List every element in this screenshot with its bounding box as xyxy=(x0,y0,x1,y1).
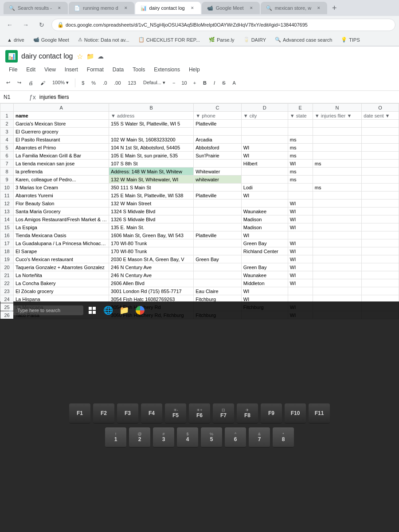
back-button[interactable]: ← xyxy=(4,19,16,31)
cell[interactable]: ▼ injuries flier ▼ xyxy=(313,112,362,120)
bookmark-drive[interactable]: ▲ drive xyxy=(4,36,28,43)
bookmark-tips[interactable]: 💡 TIPS xyxy=(337,36,363,43)
cell[interactable] xyxy=(109,128,194,136)
cell[interactable]: Middleton xyxy=(241,279,288,287)
cell[interactable]: 125 E Main St, Platteville, WI 538 xyxy=(109,192,194,200)
bookmark-parsely[interactable]: 🌿 Parse.ly xyxy=(205,36,238,43)
cell[interactable]: 1324 S Midvale Blvd xyxy=(109,207,194,215)
cell[interactable] xyxy=(313,271,362,279)
cell[interactable]: date sent ▼ xyxy=(362,112,399,120)
cell[interactable]: Platteville xyxy=(194,192,242,200)
zoom-control[interactable]: 100% ▾ xyxy=(50,79,71,86)
key-f11[interactable]: F11 xyxy=(309,403,330,424)
cell[interactable] xyxy=(241,120,288,128)
cell[interactable]: Garcia's Mexican Store xyxy=(14,120,109,128)
undo-button[interactable]: ↩ xyxy=(4,79,13,86)
cell[interactable]: WI xyxy=(288,271,313,279)
cell[interactable] xyxy=(241,200,288,207)
cell[interactable]: El Pasito Restaurant xyxy=(14,136,109,144)
cell[interactable] xyxy=(194,184,242,192)
cell[interactable] xyxy=(362,263,399,271)
cell[interactable]: name xyxy=(14,112,109,120)
cell[interactable]: ▼ phone xyxy=(194,112,242,120)
font-size-increase[interactable]: + xyxy=(191,79,199,86)
cell[interactable]: 1326 S Midvale Blvd xyxy=(109,215,194,223)
cell[interactable] xyxy=(288,287,313,295)
cell[interactable] xyxy=(362,271,399,279)
forward-button[interactable]: → xyxy=(20,19,32,31)
cell[interactable]: Flor Beauty Salon xyxy=(14,200,109,207)
cell[interactable] xyxy=(288,231,313,239)
cell[interactable] xyxy=(313,128,362,136)
cell[interactable]: 3001 London Rd (715) 855-7717 xyxy=(109,287,194,295)
key-f2[interactable]: F2 xyxy=(93,403,114,424)
cell[interactable]: Karen, colleague of Pedro... xyxy=(14,176,109,184)
cell[interactable] xyxy=(241,255,288,263)
cell[interactable] xyxy=(194,279,242,287)
cell[interactable]: La tienda mexican san jose xyxy=(14,160,109,168)
cell[interactable]: El Guerrero grocery xyxy=(14,128,109,136)
font-size-decrease[interactable]: − xyxy=(170,79,178,86)
spreadsheet-grid[interactable]: A B C D E N O 1 name ▼ address ▼ phone xyxy=(0,103,399,319)
cell[interactable]: Abbotsford xyxy=(194,144,242,152)
cell[interactable]: 3 Marias Ice Cream xyxy=(14,184,109,192)
taskbar-search[interactable]: 🔍 Type here to search xyxy=(4,305,83,315)
cell[interactable] xyxy=(313,287,362,295)
cell[interactable]: Lodi xyxy=(241,184,288,192)
cell[interactable]: ms xyxy=(288,144,313,152)
bookmark-meet[interactable]: 📹 Google Meet xyxy=(30,36,73,43)
cell[interactable] xyxy=(362,207,399,215)
cell[interactable] xyxy=(313,207,362,215)
cell[interactable] xyxy=(313,247,362,255)
cell[interactable] xyxy=(194,128,242,136)
cell[interactable]: WI xyxy=(241,192,288,200)
paint-format-button[interactable]: 🖌 xyxy=(38,79,48,86)
browser-tab-search[interactable]: 🔍 Search results - ✕ xyxy=(4,2,68,14)
key-f10[interactable]: F10 xyxy=(285,403,306,424)
cell[interactable]: WI xyxy=(288,263,313,271)
key-2[interactable]: @ 2 xyxy=(129,427,150,448)
font-size[interactable]: 10 xyxy=(179,79,189,86)
bookmark-dairy[interactable]: 🥛 DAIRY xyxy=(240,36,270,43)
cell[interactable] xyxy=(362,168,399,176)
cell[interactable] xyxy=(362,176,399,184)
cell[interactable]: Abarrotes Yuremi xyxy=(14,192,109,200)
cell[interactable] xyxy=(313,136,362,144)
cell[interactable] xyxy=(288,184,313,192)
cell[interactable]: 155 S Water St, Platteville, WI 5 xyxy=(109,120,194,128)
cell[interactable]: Eau Claire xyxy=(194,287,242,295)
cell[interactable] xyxy=(313,144,362,152)
cell[interactable] xyxy=(241,128,288,136)
col-header-n[interactable]: N xyxy=(313,104,362,112)
cell[interactable]: Taqueria Gonzalez + Abarrotes Gonzalez xyxy=(14,263,109,271)
cell[interactable] xyxy=(362,144,399,152)
cell[interactable] xyxy=(194,271,242,279)
key-f4[interactable]: F4 xyxy=(141,403,162,424)
cell[interactable]: La Espiga xyxy=(14,223,109,231)
cell[interactable] xyxy=(362,120,399,128)
cell[interactable] xyxy=(313,215,362,223)
cell[interactable] xyxy=(362,184,399,192)
cell[interactable] xyxy=(194,263,242,271)
cloud-icon[interactable]: ☁ xyxy=(98,53,104,60)
cell[interactable] xyxy=(194,247,242,255)
cell[interactable]: ▼ city xyxy=(241,112,288,120)
cell[interactable]: Green Bay xyxy=(194,255,242,263)
cell[interactable] xyxy=(288,192,313,200)
cell[interactable] xyxy=(288,120,313,128)
cell[interactable]: Abarrotes el Primo xyxy=(14,144,109,152)
key-6[interactable]: ^ 6 xyxy=(225,427,246,448)
taskbar-chrome2[interactable] xyxy=(133,303,147,317)
cell[interactable] xyxy=(362,160,399,168)
cell[interactable] xyxy=(313,263,362,271)
cell[interactable]: ms xyxy=(313,160,362,168)
key-f9[interactable]: F9 xyxy=(261,403,282,424)
cell[interactable] xyxy=(362,279,399,287)
cell[interactable] xyxy=(313,192,362,200)
menu-extensions[interactable]: Extensions xyxy=(150,66,184,74)
cell[interactable] xyxy=(194,215,242,223)
taskbar-windows-button[interactable] xyxy=(85,303,99,317)
cell[interactable]: Platteville xyxy=(194,120,242,128)
menu-data[interactable]: Data xyxy=(109,66,127,74)
cell[interactable] xyxy=(313,279,362,287)
